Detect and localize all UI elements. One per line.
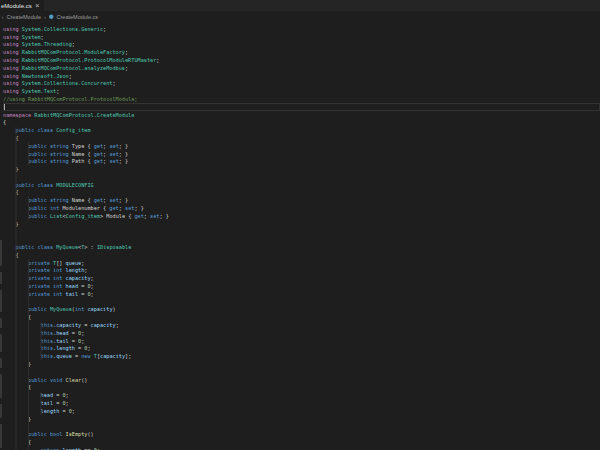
code-line[interactable]: tail = 0; <box>3 399 600 407</box>
breadcrumb-item-folder[interactable]: CreateModule <box>7 14 42 20</box>
code-line[interactable]: public string Type { get; set; } <box>3 142 600 150</box>
code-line[interactable]: public bool IsEmpty() <box>3 430 600 438</box>
code-line[interactable]: { <box>3 438 600 446</box>
code-line[interactable]: private int capacity; <box>3 275 600 283</box>
code-token: = <box>78 283 87 289</box>
code-line[interactable]: public string Path { get; set; } <box>3 158 600 166</box>
code-line[interactable]: public string Name { get; set; } <box>3 197 600 205</box>
code-line[interactable]: using System.Text; <box>3 87 600 95</box>
code-line[interactable]: { <box>3 189 600 197</box>
code-token: int <box>75 306 84 312</box>
code-line[interactable] <box>3 298 600 306</box>
code-token: bool <box>50 431 63 437</box>
close-icon[interactable]: × <box>35 2 39 9</box>
code-token: ]; <box>125 353 131 359</box>
code-token: ; <box>84 267 87 273</box>
code-token: tail <box>41 400 54 406</box>
code-line[interactable]: private int tail = 0; <box>3 290 600 298</box>
code-lines: using System.Collections.Generic;using S… <box>3 25 600 450</box>
code-line[interactable]: public int Modulenumber { get; set; } <box>3 204 600 212</box>
code-token: = <box>75 345 84 351</box>
code-token: using <box>3 26 19 32</box>
code-line[interactable]: using System.Threading; <box>3 41 600 49</box>
code-line[interactable]: using Newtonsoft.Json; <box>3 72 600 80</box>
code-token: public <box>16 244 35 250</box>
code-line[interactable]: { <box>3 384 600 392</box>
code-line[interactable] <box>3 423 600 431</box>
code-token: IsEmpty <box>66 431 88 437</box>
code-token: MyQueue <box>56 244 78 250</box>
code-token: () <box>81 376 87 382</box>
code-line[interactable]: this.capacity = capacity; <box>3 321 600 329</box>
code-token: [] <box>56 259 65 265</box>
code-line[interactable]: using System; <box>3 33 600 41</box>
code-token: using <box>3 80 19 86</box>
code-line[interactable]: { <box>3 313 600 321</box>
code-line[interactable]: } <box>3 415 600 423</box>
code-line[interactable]: { <box>3 251 600 259</box>
code-token: using <box>3 57 19 63</box>
code-line[interactable]: public List<Config_item> Module { get; s… <box>3 212 600 220</box>
code-line[interactable]: public class MyQueue<T> : IDisposable <box>3 243 600 251</box>
code-line[interactable]: using RabbitMQComProtocol.ProtocolModule… <box>3 56 600 64</box>
code-line[interactable]: } <box>3 165 600 173</box>
code-line[interactable]: this.length = 0; <box>3 345 600 353</box>
code-token <box>3 345 41 351</box>
code-line[interactable]: namespace RabbitMQComProtocol.CreateModu… <box>3 111 600 119</box>
code-token: ; <box>81 259 84 265</box>
code-token: return <box>41 447 60 450</box>
code-line[interactable]: } <box>3 360 600 368</box>
code-line[interactable] <box>3 173 600 181</box>
code-line[interactable] <box>3 368 600 376</box>
code-line[interactable]: { <box>3 119 600 127</box>
code-token: { <box>3 119 6 125</box>
code-token: == <box>81 447 94 450</box>
code-token: System.Threading <box>22 41 72 47</box>
code-editor[interactable]: using System.Collections.Generic;using S… <box>0 22 600 450</box>
code-token: public <box>28 213 47 219</box>
code-line[interactable]: this.queue = new T[capacity]; <box>3 352 600 360</box>
chevron-right-icon: › <box>2 13 4 20</box>
code-line[interactable]: this.tail = 0; <box>3 337 600 345</box>
code-line[interactable]: public class Config_item <box>3 126 600 134</box>
code-token: using <box>3 88 19 94</box>
tab-createmodule-cs[interactable]: eModule.cs × <box>0 0 44 11</box>
code-line[interactable]: //using RabbitMQComProtocol.ProtocolModu… <box>3 95 600 103</box>
code-line[interactable] <box>3 228 600 236</box>
code-token: ; <box>72 408 75 414</box>
code-line[interactable]: } <box>3 220 600 228</box>
code-line[interactable]: private T[] queue; <box>3 259 600 267</box>
breadcrumb: › CreateModule › CreateModule.cs <box>0 11 600 22</box>
code-line[interactable]: { <box>3 134 600 142</box>
code-line[interactable]: using RabbitMQComProtocol.analyzeModbus; <box>3 64 600 72</box>
code-line[interactable] <box>3 236 600 244</box>
code-line-current[interactable] <box>3 103 600 111</box>
code-line[interactable]: head = 0; <box>3 391 600 399</box>
code-token: using <box>3 41 19 47</box>
code-line[interactable]: public MyQueue(int capacity) <box>3 306 600 314</box>
code-line[interactable]: private int length; <box>3 267 600 275</box>
code-token: ; <box>87 345 90 351</box>
code-line[interactable]: using RabbitMQComProtocol.ModuleFactory; <box>3 48 600 56</box>
code-line[interactable]: length = 0; <box>3 407 600 415</box>
code-line[interactable]: this.head = 0; <box>3 329 600 337</box>
code-line[interactable]: using System.Collections.Concurrent; <box>3 80 600 88</box>
code-token: private <box>28 291 50 297</box>
code-token: this <box>41 322 54 328</box>
code-line[interactable]: return length == 0; <box>3 446 600 450</box>
code-token: ; <box>66 400 69 406</box>
code-token: get <box>109 205 118 211</box>
code-line[interactable]: public class MODULECONFIG <box>3 181 600 189</box>
code-line[interactable]: private int head = 0; <box>3 282 600 290</box>
breadcrumb-item-file[interactable]: CreateModule.cs <box>57 14 99 20</box>
code-token: get <box>134 213 143 219</box>
code-token: ; <box>72 41 75 47</box>
code-token <box>3 181 16 187</box>
code-token: capacity <box>66 275 91 281</box>
code-token: public <box>28 197 47 203</box>
code-token: MyQueue <box>50 306 72 312</box>
code-line[interactable]: public string Name { get; set; } <box>3 150 600 158</box>
code-token: capacity <box>87 306 112 312</box>
code-line[interactable]: public void Clear() <box>3 376 600 384</box>
code-line[interactable]: using System.Collections.Generic; <box>3 25 600 33</box>
